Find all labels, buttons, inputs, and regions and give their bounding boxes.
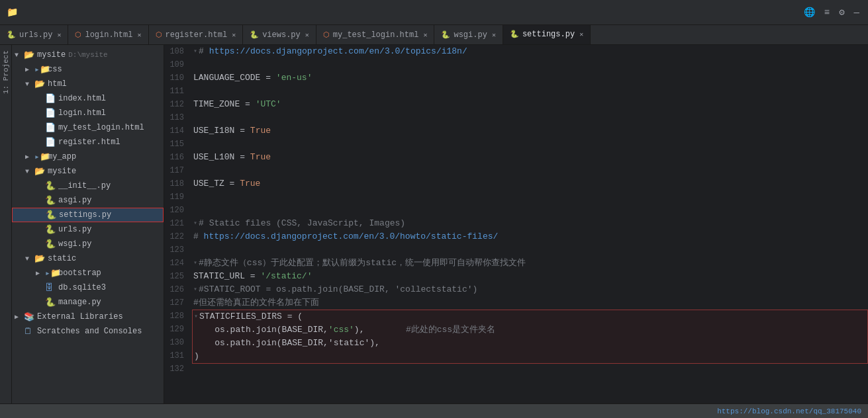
fold-icon-126[interactable]: ▾ [193,283,197,296]
line-num-113: 113 [169,111,184,124]
tree-icon-folder-15: ▸📁 [45,268,56,278]
tree-item-12[interactable]: 🐍urls.py [12,222,164,237]
tree-arrow-15[interactable]: ▶ [36,269,45,277]
tree-arrow-2[interactable]: ▼ [25,81,34,88]
tree-item-4[interactable]: 📄login.html [12,106,164,120]
tree-label-9: __init__.py [58,181,111,190]
tab-urls[interactable]: 🐍urls.py✕ [0,25,68,45]
tree-item-9[interactable]: 🐍__init__.py [12,179,164,193]
tree-arrow-0[interactable]: ▼ [15,52,24,59]
tree-item-0[interactable]: ▼📂mysiteD:\mysite [12,48,164,62]
tab-close-my_test_login[interactable]: ✕ [423,31,427,39]
code-editor[interactable]: 1081091101111121131141151161171181191201… [164,45,868,403]
tree-arrow-18[interactable]: ▶ [15,313,24,321]
tree-item-16[interactable]: 🗄db.sqlite3 [12,280,164,295]
folder-icon: 📁 [7,7,18,18]
tab-icon-urls: 🐍 [7,30,16,39]
code-line-132 [193,364,868,377]
tree-icon-html-5: 📄 [45,122,56,133]
tree-item-7[interactable]: ▶▸📁my_app [12,149,164,164]
tree-label-13: wsgi.py [58,239,91,249]
file-tree: ▼📂mysiteD:\mysite▶▸📁css▼📂html 📄index.htm… [12,45,164,403]
settings-icon[interactable]: ⚙ [837,5,846,20]
tree-item-14[interactable]: ▼📂static [12,251,164,266]
tab-label-my_test_login: my_test_login.html [333,30,419,40]
code-span-109 [193,58,199,71]
tree-item-8[interactable]: ▼📂mysite [12,164,164,179]
menu-icon[interactable]: ≡ [822,5,832,20]
line-num-109: 109 [169,58,184,71]
tree-item-17[interactable]: 🐍manage.py [12,295,164,310]
tree-item-1[interactable]: ▶▸📁css [12,62,164,77]
tree-item-13[interactable]: 🐍wsgi.py [12,237,164,251]
tab-close-views[interactable]: ✕ [305,31,309,39]
tab-close-register[interactable]: ✕ [232,31,236,39]
code-span-124: #静态文件（css）于此处配置；默认前缀为static，统一使用即可自动帮你查找… [199,257,526,270]
tab-label-urls: urls.py [19,30,52,40]
fold-icon-128[interactable]: ▾ [194,310,198,323]
tree-icon-html-6: 📄 [45,137,56,147]
fold-icon-108[interactable]: ▾ [193,45,197,58]
code-line-128: ▾STATICFILES_DIRS = ( [194,310,867,323]
line-num-118: 118 [169,177,184,190]
tree-item-15[interactable]: ▶▸📁bootstrap [12,266,164,280]
tree-item-5[interactable]: 📄my_test_login.html [12,120,164,135]
minimize-icon[interactable]: — [852,5,861,20]
tree-item-3[interactable]: 📄index.html [12,91,164,106]
code-line-120 [193,204,868,217]
tree-item-10[interactable]: 🐍asgi.py [12,193,164,208]
tree-arrow-1[interactable]: ▶ [25,65,34,73]
globe-icon[interactable]: 🌐 [802,5,817,20]
tree-item-2[interactable]: ▼📂html [12,77,164,91]
tree-label-6: register.html [58,138,121,147]
code-line-126: ▾#STATIC_ROOT = os.path.join(BASE_DIR, '… [193,283,868,296]
code-span-122: # https://docs.djangoproject.com/en/3.0/… [193,230,498,243]
code-line-116: USE_L10N = True [193,151,868,164]
line-num-115: 115 [169,138,184,151]
tree-item-19[interactable]: 🗒Scratches and Consoles [12,324,164,339]
tab-close-urls[interactable]: ✕ [57,31,61,39]
code-span-111 [193,85,199,98]
code-line-114: USE_I18N = True [193,124,868,138]
tabs-bar: 🐍urls.py✕⬡login.html✕⬡register.html✕🐍vie… [0,25,868,45]
line-num-129: 129 [169,323,184,336]
tree-icon-html-3: 📄 [45,93,56,104]
code-span-118: USE_TZ = True [193,177,260,190]
code-span-129: os.path.join(BASE_DIR,'css'), #此处的css是文件… [194,323,495,337]
project-label[interactable]: 📁 [7,7,24,18]
code-span-132 [193,364,199,377]
line-num-126: 126 [169,283,184,296]
tree-arrow-8[interactable]: ▼ [25,168,34,175]
tab-views[interactable]: 🐍views.py✕ [243,25,316,45]
tab-label-login: login.html [85,30,132,40]
fold-icon-121[interactable]: ▾ [193,217,197,230]
tree-arrow-14[interactable]: ▼ [25,255,34,263]
line-num-122: 122 [169,230,184,243]
tab-wsgi[interactable]: 🐍wsgi.py✕ [434,25,503,45]
fold-icon-124[interactable]: ▾ [193,257,197,270]
main-area: 1: Project ▼📂mysiteD:\mysite▶▸📁css▼📂html… [0,45,868,403]
status-bar: https://blog.csdn.net/qq_38175040 [0,403,868,418]
tab-login[interactable]: ⬡login.html✕ [68,25,148,45]
tree-item-6[interactable]: 📄register.html [12,135,164,149]
tab-settings[interactable]: 🐍settings.py✕ [503,25,591,45]
tree-item-11[interactable]: 🐍settings.py [12,208,164,222]
tab-close-wsgi[interactable]: ✕ [492,31,496,39]
tree-item-18[interactable]: ▶📚External Libraries [12,310,164,324]
line-num-110: 110 [169,71,184,85]
tree-label-11: settings.py [59,210,111,220]
tree-icon-folder_open-14: 📂 [34,253,45,264]
tree-icon-folder-7: ▸📁 [34,151,45,162]
code-line-127: #但还需给真正的文件名加在下面 [193,296,868,310]
tab-icon-login: ⬡ [75,30,81,39]
tab-close-settings[interactable]: ✕ [579,30,583,38]
tab-close-login[interactable]: ✕ [137,31,141,39]
status-link[interactable]: https://blog.csdn.net/qq_38175040 [717,407,861,415]
tree-arrow-7[interactable]: ▶ [25,153,34,161]
code-span-113 [193,111,199,124]
side-label: 1: Project [0,45,12,403]
tab-register[interactable]: ⬡register.html✕ [149,25,244,45]
tab-my_test_login[interactable]: ⬡my_test_login.html✕ [316,25,435,45]
tree-label-12: urls.py [58,225,91,234]
code-span-110: LANGUAGE_CODE = 'en-us' [193,71,312,85]
